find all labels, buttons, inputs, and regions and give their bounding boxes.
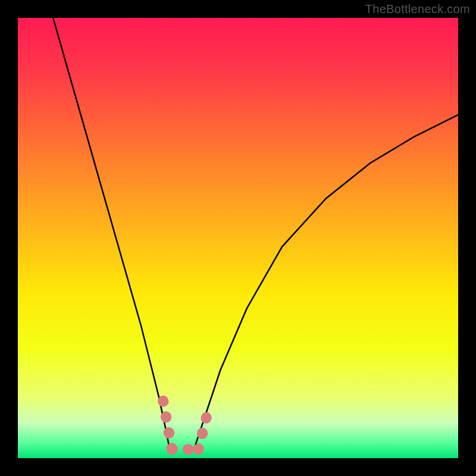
watermark-text: TheBottleneck.com — [365, 2, 470, 16]
curve-left-curve — [53, 18, 170, 449]
highlight-dots-2 — [198, 414, 207, 449]
chart-container: TheBottleneck.com — [0, 0, 476, 476]
curve-right-curve — [194, 115, 458, 449]
chart-curves — [18, 18, 458, 458]
plot-area — [18, 18, 458, 458]
